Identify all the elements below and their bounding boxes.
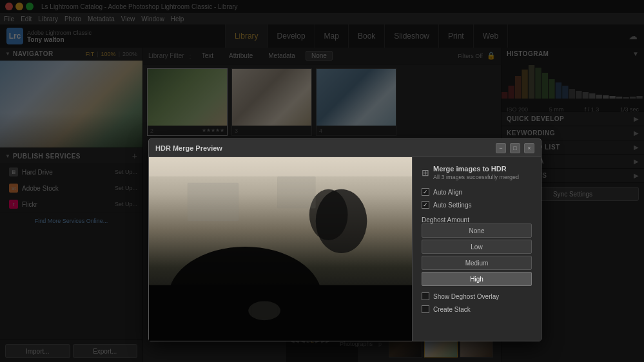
- dialog-overlay: HDR Merge Preview − □ ×: [0, 0, 644, 362]
- auto-align-checkbox[interactable]: [422, 188, 429, 196]
- auto-settings-checkbox[interactable]: [422, 201, 429, 209]
- show-deghost-checkbox[interactable]: [422, 292, 429, 300]
- dialog-controls: − □ ×: [496, 143, 534, 153]
- dialog-minimize-button[interactable]: −: [496, 143, 506, 153]
- preview-svg: [149, 157, 412, 341]
- show-deghost-label: Show Deghost Overlay: [433, 293, 499, 300]
- dialog-title: HDR Merge Preview: [155, 144, 222, 152]
- deghost-section: Deghost Amount None Low Medium High: [422, 214, 532, 286]
- merge-title: Merge images to HDR: [433, 165, 519, 173]
- show-deghost-row: Show Deghost Overlay: [422, 292, 532, 300]
- merge-info: ⊞ Merge images to HDR All 3 images succe…: [422, 165, 532, 180]
- create-stack-checkbox[interactable]: [422, 305, 429, 313]
- deghost-high-button[interactable]: High: [422, 272, 532, 286]
- deghost-low-button[interactable]: Low: [422, 240, 532, 254]
- create-stack-label: Create Stack: [433, 306, 471, 313]
- auto-align-label: Auto Align: [433, 189, 462, 196]
- auto-settings-row: Auto Settings: [422, 201, 532, 209]
- deghost-label: Deghost Amount: [422, 216, 532, 224]
- dialog-titlebar: HDR Merge Preview − □ ×: [149, 139, 541, 157]
- hdr-dialog: HDR Merge Preview − □ ×: [0, 0, 644, 362]
- svg-rect-26: [188, 183, 239, 222]
- dialog-content: ⊞ Merge images to HDR All 3 images succe…: [149, 157, 541, 341]
- dialog-close-button[interactable]: ×: [524, 143, 534, 153]
- hdr-preview: [149, 157, 412, 341]
- create-stack-row: Create Stack: [422, 305, 532, 313]
- preview-image: [149, 157, 412, 341]
- svg-rect-23: [149, 285, 412, 341]
- svg-rect-28: [149, 157, 412, 176]
- dialog-right-panel: ⊞ Merge images to HDR All 3 images succe…: [412, 157, 541, 341]
- auto-align-row: Auto Align: [422, 188, 532, 196]
- svg-rect-30: [251, 304, 277, 317]
- merge-icon: ⊞: [422, 167, 429, 178]
- merge-subtitle: All 3 images successfully merged: [433, 174, 519, 180]
- deghost-none-button[interactable]: None: [422, 224, 532, 238]
- auto-settings-label: Auto Settings: [433, 202, 471, 209]
- deghost-medium-button[interactable]: Medium: [422, 256, 532, 270]
- svg-rect-27: [277, 176, 316, 209]
- dialog-restore-button[interactable]: □: [510, 143, 520, 153]
- hdr-dialog-box: HDR Merge Preview − □ ×: [148, 138, 542, 341]
- deghost-options: None Low Medium High: [422, 224, 532, 286]
